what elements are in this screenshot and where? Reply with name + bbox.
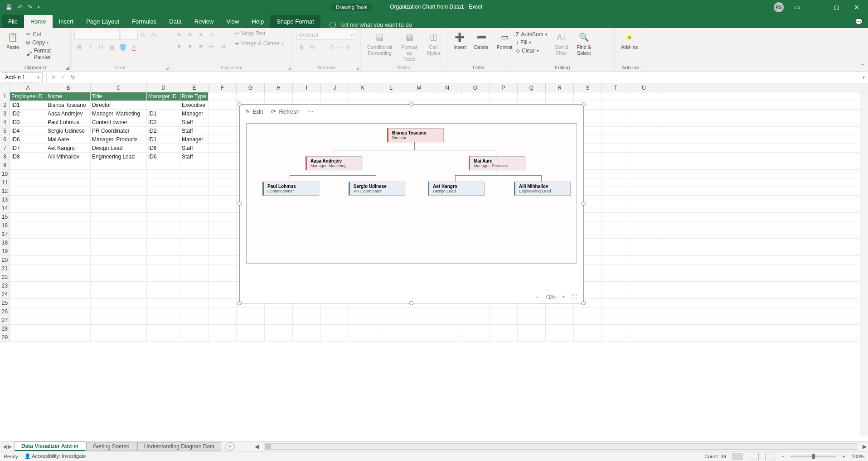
tab-insert[interactable]: Insert (53, 15, 80, 28)
cell[interactable] (349, 307, 377, 316)
cell[interactable] (630, 170, 658, 178)
cell[interactable] (147, 247, 180, 255)
cell[interactable] (377, 92, 405, 101)
number-format-combo[interactable]: General▾ (296, 30, 355, 40)
cell[interactable] (574, 316, 602, 324)
increase-indent-icon[interactable]: ⇥ (218, 42, 228, 51)
wrap-text-button[interactable]: ↩Wrap Text (233, 30, 286, 37)
column-header[interactable]: I (293, 83, 321, 92)
cell[interactable] (602, 204, 630, 212)
cell[interactable] (405, 307, 433, 316)
cell[interactable] (10, 161, 46, 169)
cell[interactable] (209, 144, 237, 152)
column-header[interactable]: B (46, 83, 91, 92)
cell[interactable] (602, 290, 630, 298)
cell[interactable] (433, 307, 461, 316)
cell[interactable] (180, 325, 209, 333)
cell[interactable] (209, 170, 237, 178)
row-header[interactable]: 16 (0, 221, 10, 230)
new-sheet-button[interactable]: + (225, 442, 235, 451)
column-header[interactable]: J (321, 83, 349, 92)
cell[interactable]: Manager, Marketing (91, 110, 147, 118)
cell[interactable] (405, 325, 433, 333)
cell[interactable] (630, 316, 658, 324)
cell[interactable] (46, 325, 91, 333)
decrease-font-icon[interactable]: A↓ (150, 30, 160, 39)
tell-me-search[interactable]: Tell me what you want to do (330, 21, 412, 28)
cell[interactable] (321, 307, 349, 316)
cell[interactable] (237, 333, 265, 341)
cell[interactable] (10, 273, 46, 281)
edit-button[interactable]: ✎Edit (245, 108, 263, 115)
cell[interactable] (209, 290, 237, 298)
cell[interactable] (91, 170, 147, 178)
cell[interactable] (546, 325, 574, 333)
cell[interactable]: Engineering Lead (91, 153, 147, 161)
cell[interactable] (91, 187, 147, 195)
dialog-launcher-icon[interactable]: ◢ (165, 66, 169, 70)
cell[interactable] (630, 230, 658, 238)
expand-formula-bar-icon[interactable]: ▾ (859, 75, 868, 80)
cell[interactable] (630, 333, 658, 341)
user-avatar[interactable]: RS (774, 2, 784, 12)
autosum-button[interactable]: ΣAutoSum▾ (514, 31, 549, 38)
cell[interactable] (265, 307, 293, 316)
decrease-indent-icon[interactable]: ⇤ (207, 42, 217, 51)
cell[interactable] (180, 170, 209, 178)
cell[interactable]: Name (46, 92, 91, 101)
cell[interactable] (180, 307, 209, 316)
cell[interactable] (630, 307, 658, 316)
cell[interactable] (180, 239, 209, 247)
cell[interactable] (46, 316, 91, 324)
refresh-button[interactable]: ⟳Refresh (271, 108, 300, 115)
cell[interactable] (461, 325, 490, 333)
cell[interactable] (602, 316, 630, 324)
cell[interactable] (180, 221, 209, 230)
cell[interactable] (574, 307, 602, 316)
comma-format-icon[interactable]: , (318, 43, 328, 52)
cell[interactable] (602, 118, 630, 126)
cell[interactable]: Staff (180, 144, 209, 152)
cell[interactable] (265, 333, 293, 341)
row-header[interactable]: 19 (0, 247, 10, 255)
cell[interactable] (433, 325, 461, 333)
cell[interactable] (180, 273, 209, 281)
cell[interactable] (630, 325, 658, 333)
cell[interactable] (602, 221, 630, 230)
cell[interactable] (46, 230, 91, 238)
column-header[interactable]: K (349, 83, 377, 92)
cell[interactable]: Title (91, 92, 147, 101)
align-left-icon[interactable]: ≡ (174, 42, 184, 51)
resize-handle[interactable] (582, 202, 586, 206)
cell[interactable] (602, 127, 630, 135)
vertical-scrollbar[interactable] (860, 92, 868, 437)
row-header[interactable]: 13 (0, 196, 10, 204)
cell[interactable]: Design Lead (91, 144, 147, 152)
row-header[interactable]: 9 (0, 161, 10, 169)
column-header[interactable]: G (237, 83, 265, 92)
cell[interactable] (630, 187, 658, 195)
cell[interactable] (209, 92, 237, 101)
row-header[interactable]: 15 (0, 213, 10, 221)
cell[interactable] (602, 273, 630, 281)
row-header[interactable]: 3 (0, 110, 10, 118)
cell[interactable] (180, 299, 209, 307)
cell[interactable]: ID2 (147, 118, 180, 126)
cell[interactable] (209, 256, 237, 264)
cell[interactable]: Manager (180, 110, 209, 118)
paste-button[interactable]: 📋 Paste (4, 30, 22, 51)
cell[interactable] (209, 247, 237, 255)
column-header[interactable]: O (461, 83, 490, 92)
cell[interactable] (377, 316, 405, 324)
cell[interactable] (630, 247, 658, 255)
cell[interactable] (630, 282, 658, 290)
cell[interactable] (209, 282, 237, 290)
cell[interactable] (209, 316, 237, 324)
cell[interactable] (91, 178, 147, 187)
cell[interactable] (10, 204, 46, 212)
cell[interactable] (46, 290, 91, 298)
normal-view-icon[interactable] (732, 453, 742, 460)
increase-font-icon[interactable]: A↑ (139, 30, 149, 39)
cell[interactable] (147, 316, 180, 324)
cell[interactable] (91, 282, 147, 290)
